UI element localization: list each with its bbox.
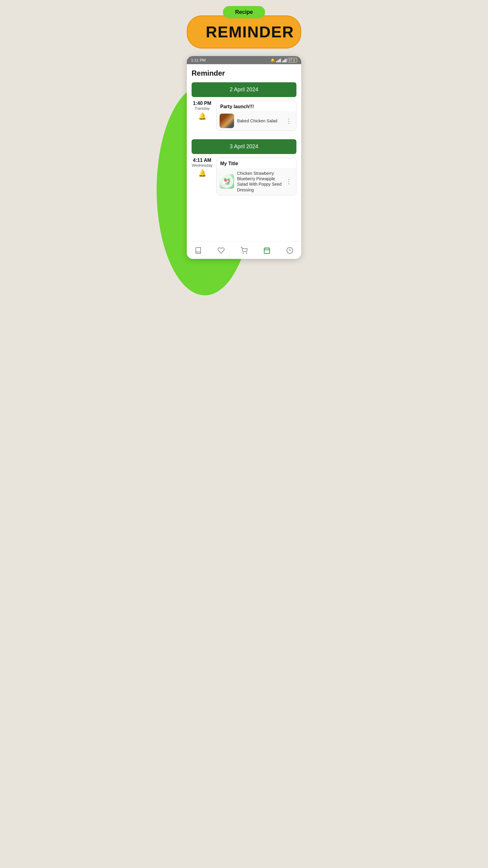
nav-item-cart[interactable] (235, 246, 253, 255)
svg-point-7 (224, 178, 226, 180)
battery-charging-icon: ⚡ (292, 59, 296, 62)
reminder-time-col-2: 4:11 AM Wednesday 🔔 (192, 158, 213, 177)
svg-point-5 (225, 183, 227, 185)
battery-icon: 47 ⚡ (288, 58, 297, 62)
phone-frame: 1:11 PM 🔔 47 ⚡ (187, 56, 301, 259)
header-area: Recipe REMINDER (181, 6, 307, 49)
signal-bar (280, 59, 281, 62)
signal-bar (283, 60, 284, 62)
reminder-time-1: 1:40 PM (193, 101, 211, 106)
baked-chicken-img (220, 114, 234, 128)
signal-bar (279, 59, 280, 62)
reminder-item-1: 1:40 PM Tuesday 🔔 Party launch!!! Baked … (192, 101, 296, 131)
reminder-day-1: Tuesday (195, 106, 209, 111)
page-container: Recipe REMINDER 1:11 PM 🔔 (181, 6, 307, 259)
recipe-image-1 (220, 114, 234, 128)
bell-icon-1: 🔔 (198, 113, 206, 120)
signal-bar (278, 60, 278, 62)
recipe-name-2: Chicken Strawberry Blueberry Pineapple S… (237, 170, 282, 193)
svg-point-9 (246, 253, 247, 253)
signal-bars-1 (276, 58, 281, 62)
reminder-card-2: My Title (216, 158, 296, 195)
nav-item-recipes[interactable] (190, 246, 207, 255)
heart-icon (218, 247, 225, 254)
bottom-nav (187, 241, 301, 259)
date-header-2: 3 April 2024 (192, 139, 296, 154)
svg-point-8 (243, 253, 243, 253)
strawberry-salad-img (220, 174, 234, 189)
app-empty-space (187, 205, 301, 241)
battery-level: 47 (289, 59, 292, 62)
date-header-1: 2 April 2024 (192, 82, 296, 97)
book-icon (195, 247, 202, 254)
recipe-row-2: Chicken Strawberry Blueberry Pineapple S… (217, 168, 296, 195)
recipe-row-1: Baked Chicken Salad ⋮ (217, 111, 296, 130)
svg-rect-10 (264, 248, 270, 253)
reminder-day-2: Wednesday (192, 163, 213, 167)
alarm-icon: 🔔 (270, 58, 275, 62)
recipe-badge: Recipe (223, 6, 265, 19)
status-bar: 1:11 PM 🔔 47 ⚡ (187, 56, 301, 64)
svg-point-0 (220, 175, 233, 188)
recipe-name-1: Baked Chicken Salad (237, 118, 282, 124)
reminder-item-2: 4:11 AM Wednesday 🔔 My Title (192, 158, 296, 195)
cart-icon (240, 247, 248, 254)
reminder-label: REMINDER (206, 23, 294, 41)
more-options-1[interactable]: ⋮ (285, 116, 293, 126)
app-title: Reminder (192, 69, 296, 78)
nav-item-settings[interactable] (281, 246, 298, 255)
calendar-icon (263, 247, 270, 254)
signal-bar (282, 61, 283, 62)
reminder-title-2: My Title (217, 158, 296, 168)
svg-point-6 (228, 181, 230, 182)
salad-svg (220, 174, 234, 189)
reminder-badge: REMINDER (187, 16, 301, 49)
signal-bars-2 (282, 58, 287, 62)
clock-icon (286, 247, 293, 254)
section-gap (192, 135, 296, 139)
bell-icon-2: 🔔 (198, 169, 206, 177)
signal-bar (286, 59, 287, 62)
recipe-image-2 (220, 174, 234, 189)
svg-point-3 (223, 181, 225, 184)
svg-point-2 (227, 179, 230, 181)
signal-bar (276, 61, 277, 62)
reminder-time-2: 4:11 AM (193, 158, 212, 163)
reminder-title-1: Party launch!!! (217, 101, 296, 111)
app-content: Reminder 2 April 2024 1:40 PM Tuesday 🔔 … (187, 64, 301, 205)
reminder-card-1: Party launch!!! Baked Chicken Salad ⋮ (216, 101, 296, 131)
reminder-time-col-1: 1:40 PM Tuesday 🔔 (192, 101, 213, 120)
status-icons: 🔔 47 ⚡ (270, 58, 297, 62)
recipe-label: Recipe (235, 9, 253, 15)
nav-item-reminder[interactable] (258, 246, 275, 255)
signal-bar (284, 59, 285, 62)
nav-item-favorites[interactable] (213, 246, 230, 255)
more-options-2[interactable]: ⋮ (285, 177, 293, 186)
status-time: 1:11 PM (191, 58, 205, 62)
